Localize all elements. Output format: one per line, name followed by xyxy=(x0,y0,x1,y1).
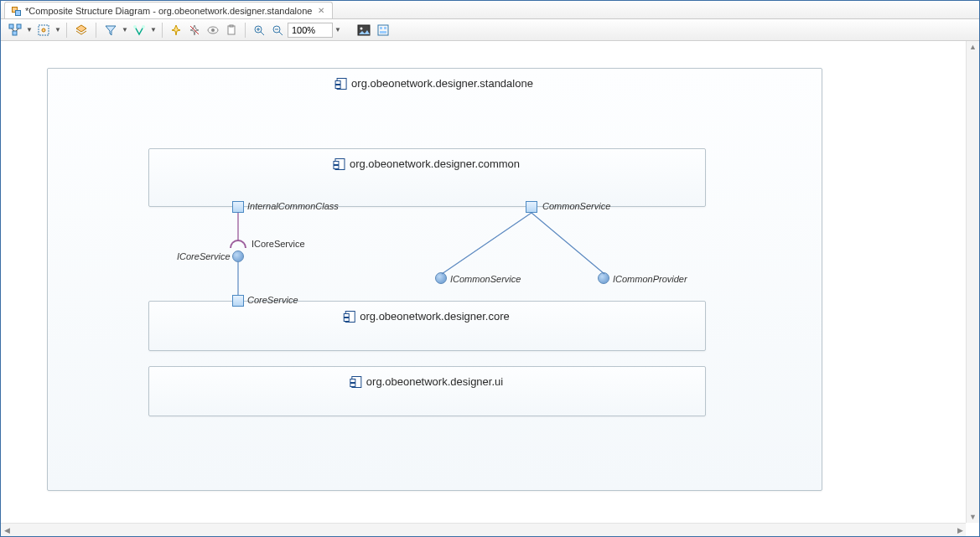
svg-rect-21 xyxy=(378,25,388,35)
component-icon xyxy=(336,78,346,90)
arrange-dropdown[interactable]: ▼ xyxy=(26,22,33,39)
separator xyxy=(162,23,163,38)
svg-rect-2 xyxy=(13,31,17,35)
interface-label: ICoreService xyxy=(177,251,231,261)
scroll-up-icon[interactable]: ▲ xyxy=(967,41,979,53)
package-label: org.obeonetwork.designer.standalone xyxy=(336,77,533,90)
select-all-button[interactable] xyxy=(34,22,53,39)
toolbar: ▼ ▼ ▼ ▼ xyxy=(1,19,979,41)
filters-dropdown[interactable]: ▼ xyxy=(122,22,128,39)
filter-icon xyxy=(104,23,117,37)
component-label: org.obeonetwork.designer.ui xyxy=(351,375,503,388)
scroll-down-icon[interactable]: ▼ xyxy=(967,511,979,523)
layers-button[interactable] xyxy=(72,22,91,39)
component-common[interactable]: org.obeonetwork.designer.common xyxy=(148,148,706,207)
scroll-right-icon[interactable]: ▶ xyxy=(954,524,966,536)
interface-label: ICommonService xyxy=(450,274,521,284)
svg-rect-23 xyxy=(384,27,386,29)
provided-interface-ball[interactable] xyxy=(232,250,244,262)
pin-button[interactable] xyxy=(168,22,184,39)
package-name: org.obeonetwork.designer.standalone xyxy=(351,77,533,90)
port-common-service[interactable] xyxy=(526,201,537,213)
svg-point-5 xyxy=(133,25,137,28)
port-label: CoreService xyxy=(247,295,298,305)
scroll-left-icon[interactable]: ◀ xyxy=(1,524,13,536)
visibility-icon xyxy=(207,24,219,36)
horizontal-scrollbar[interactable]: ◀ ▶ xyxy=(1,523,966,536)
concern-icon xyxy=(132,23,146,37)
export-image-button[interactable] xyxy=(355,22,373,39)
component-label: org.obeonetwork.designer.core xyxy=(345,310,510,323)
required-interface-socket[interactable] xyxy=(230,240,246,248)
layouting-mode-button[interactable] xyxy=(375,22,391,39)
select-dropdown[interactable]: ▼ xyxy=(54,22,61,39)
component-label: org.obeonetwork.designer.common xyxy=(334,157,520,170)
separator xyxy=(245,23,246,38)
clipboard-icon xyxy=(226,24,237,36)
editor-tab[interactable]: *Composite Structure Diagram - org.obeon… xyxy=(4,2,333,18)
svg-rect-11 xyxy=(230,25,233,27)
port-label: InternalCommonClass xyxy=(247,201,339,211)
zoom-out-button[interactable] xyxy=(269,22,286,39)
interface-label: ICommonProvider xyxy=(613,274,687,284)
svg-line-13 xyxy=(261,32,264,35)
layout-mode-icon xyxy=(377,24,389,36)
svg-rect-1 xyxy=(17,24,21,28)
svg-rect-24 xyxy=(380,31,386,34)
canvas-viewport: org.obeonetwork.designer.standalone org.… xyxy=(1,41,979,536)
zoom-dropdown[interactable]: ▼ xyxy=(334,22,341,39)
separator xyxy=(96,23,96,38)
diagram-canvas[interactable]: org.obeonetwork.designer.standalone org.… xyxy=(1,41,966,523)
paste-format-button[interactable] xyxy=(223,22,240,39)
zoom-in-icon xyxy=(253,24,265,36)
svg-rect-0 xyxy=(9,24,13,28)
svg-line-17 xyxy=(279,32,283,35)
arrange-icon xyxy=(8,23,22,37)
provided-interface-ball[interactable] xyxy=(598,272,609,284)
tab-title: *Composite Structure Diagram - org.obeon… xyxy=(25,6,312,16)
concerns-dropdown[interactable]: ▼ xyxy=(150,22,157,39)
component-icon xyxy=(334,158,345,170)
zoom-input[interactable] xyxy=(288,23,333,38)
zoom-out-icon xyxy=(272,24,283,36)
svg-rect-22 xyxy=(380,27,382,29)
svg-line-28 xyxy=(531,213,604,274)
svg-point-20 xyxy=(360,27,363,29)
image-icon xyxy=(357,24,371,36)
diagram-icon xyxy=(10,5,22,17)
layers-icon xyxy=(75,23,88,37)
hiding-button[interactable] xyxy=(205,22,221,39)
component-ui[interactable]: org.obeonetwork.designer.ui xyxy=(148,366,706,416)
svg-line-27 xyxy=(442,213,531,274)
tab-strip: *Composite Structure Diagram - org.obeon… xyxy=(1,1,979,19)
close-icon[interactable]: ✕ xyxy=(315,5,327,17)
unpin-button[interactable] xyxy=(186,22,203,39)
component-icon xyxy=(345,311,355,323)
select-icon xyxy=(37,23,50,37)
zoom-in-button[interactable] xyxy=(251,22,267,39)
separator xyxy=(66,23,67,38)
svg-point-4 xyxy=(42,28,45,32)
port-label: CommonService xyxy=(542,201,610,211)
port-internal-common-class[interactable] xyxy=(232,201,244,213)
window-frame: *Composite Structure Diagram - org.obeon… xyxy=(0,0,980,537)
svg-point-9 xyxy=(211,28,215,32)
svg-point-6 xyxy=(142,25,145,28)
port-core-service[interactable] xyxy=(232,295,244,307)
vertical-scrollbar[interactable]: ▲ ▼ xyxy=(966,41,979,523)
package-standalone[interactable]: org.obeonetwork.designer.standalone org.… xyxy=(47,68,822,491)
pin-icon xyxy=(170,24,182,36)
unpin-icon xyxy=(189,24,200,36)
component-name: org.obeonetwork.designer.common xyxy=(350,157,520,170)
filters-button[interactable] xyxy=(101,22,120,39)
component-name: org.obeonetwork.designer.ui xyxy=(366,375,503,388)
interface-label: ICoreService xyxy=(251,239,305,249)
component-icon xyxy=(351,376,361,388)
component-name: org.obeonetwork.designer.core xyxy=(360,310,510,323)
provided-interface-ball[interactable] xyxy=(435,272,447,284)
component-core[interactable]: org.obeonetwork.designer.core xyxy=(148,301,706,351)
arrange-all-button[interactable] xyxy=(6,22,24,39)
concerns-button[interactable] xyxy=(130,22,148,39)
